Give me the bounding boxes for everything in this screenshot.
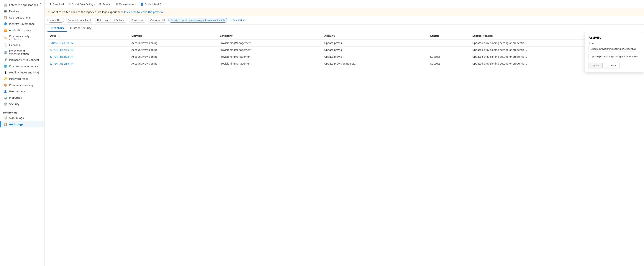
main-content: ⬇ Download ⚙ Export Data Settings ↺ Refr…	[44, 0, 644, 266]
banner-text: Want to switch back to the legacy audit …	[52, 10, 163, 14]
add-filter-button[interactable]: ▿ Add filter	[48, 18, 64, 23]
sidebar-item-properties[interactable]: 📊 Properties	[0, 94, 44, 101]
col-category[interactable]: Category	[218, 32, 322, 40]
sidebar-item-password-reset[interactable]: 🔑 Password reset	[0, 76, 44, 82]
sidebar: « 🏢 Enterprise applications 💻 Devices 📋 …	[0, 0, 44, 266]
sidebar-item-label: Identity Governance	[9, 22, 34, 26]
export-data-settings-button[interactable]: ⚙ Export Data Settings	[66, 2, 96, 7]
identity-governance-icon: 🔷	[4, 22, 7, 26]
feedback-button[interactable]: 👤 Got feedback?	[138, 2, 163, 7]
legacy-link[interactable]: Click here to leave the preview	[124, 10, 163, 14]
sidebar-item-label: Enterprise applications	[9, 4, 38, 6]
sidebar-item-mobility[interactable]: 📱 Mobility (MDM and WIP)	[0, 70, 44, 76]
table-row: 5/7/24, 3:12:02 PM Account Provisioning …	[48, 54, 641, 60]
sidebar-item-audit-logs[interactable]: 📋 Audit logs	[0, 121, 44, 128]
cell-activity: Update provisioning set...	[322, 60, 428, 67]
custom-domain-icon: 🌐	[4, 64, 7, 68]
sidebar-item-identity-governance[interactable]: 🔷 Identity Governance	[0, 21, 44, 27]
sidebar-item-enterprise-applications[interactable]: 🏢 Enterprise applications	[0, 2, 44, 8]
custom-security-attr-icon: 🏷️	[4, 36, 7, 40]
cross-tenant-icon: 🔄	[4, 51, 7, 54]
audit-logs-icon: 📋	[4, 122, 7, 126]
sidebar-item-sign-in-logs[interactable]: 📝 Sign-in logs	[0, 115, 44, 121]
sign-in-logs-icon: 📝	[4, 116, 7, 120]
popup-value-input[interactable]	[588, 46, 640, 52]
cell-status	[428, 40, 470, 46]
table-row: 5/7/24, 3:11:39 PM Account Provisioning …	[48, 60, 641, 67]
sidebar-item-label: Audit logs	[9, 123, 24, 126]
activity-filter[interactable]: Activity : Update provisioning setting o…	[168, 18, 227, 23]
col-date[interactable]: Date ↓	[48, 32, 129, 40]
filter-icon: ▿	[50, 19, 51, 22]
date-link[interactable]: 5/8/24, 1:20:38 PM	[50, 42, 74, 44]
security-icon: 🛡️	[4, 102, 7, 106]
popup-cancel-button[interactable]: Cancel	[604, 63, 620, 68]
popup-apply-button[interactable]: Apply	[588, 63, 603, 68]
cell-service: Account Provisioning	[129, 46, 218, 54]
refresh-icon: ↺	[99, 2, 102, 6]
sidebar-item-entra-connect[interactable]: 🔗 Microsoft Entra Connect	[0, 57, 44, 63]
reset-filters-button[interactable]: ▿ Reset filters	[229, 18, 247, 22]
col-activity[interactable]: Activity	[322, 32, 428, 40]
sidebar-item-label: Application proxy	[9, 29, 31, 32]
date-link[interactable]: 5/7/24, 3:42:50 PM	[50, 48, 74, 52]
mobility-icon: 📱	[4, 71, 7, 74]
sidebar-item-app-registrations[interactable]: 📋 App registrations	[0, 14, 44, 21]
popup-activity-select[interactable]: Update provisioning setting or credentia…	[588, 54, 640, 59]
sidebar-item-label: Password reset	[9, 77, 28, 80]
download-button[interactable]: ⬇ Download	[48, 2, 66, 7]
manage-view-button[interactable]: ⚙ Manage view ▾	[114, 2, 138, 7]
entra-connect-icon: 🔗	[4, 58, 7, 62]
toolbar: ⬇ Download ⚙ Export Data Settings ↺ Refr…	[44, 0, 644, 8]
sidebar-item-label: Cross-tenant synchronization	[9, 50, 41, 56]
company-branding-icon: 🎨	[4, 83, 7, 87]
legacy-banner: ⚠ Want to switch back to the legacy audi…	[44, 8, 644, 16]
cell-service: Account Provisioning	[129, 60, 218, 67]
sidebar-item-label: Properties	[9, 96, 22, 99]
tab-directory[interactable]: Directory	[48, 25, 67, 32]
password-reset-icon: 🔑	[4, 77, 7, 81]
col-status[interactable]: Status	[428, 32, 470, 40]
service-filter[interactable]: Service : All	[129, 18, 146, 23]
show-dates-filter[interactable]: Show dates as: Local	[66, 18, 93, 23]
sidebar-item-application-proxy[interactable]: 🔀 Application proxy	[0, 27, 44, 34]
sidebar-divider	[3, 108, 41, 108]
sidebar-collapse-btn[interactable]: «	[39, 2, 43, 6]
activity-popup: Activity Value Update provisioning setti…	[585, 32, 644, 72]
devices-icon: 💻	[4, 10, 7, 13]
sidebar-item-devices[interactable]: 💻 Devices	[0, 8, 44, 14]
sidebar-item-label: Security	[9, 102, 19, 106]
sidebar-item-label: User settings	[9, 90, 26, 93]
cell-status: Success	[428, 54, 470, 60]
info-icon: ⚠	[48, 10, 50, 14]
cell-status	[428, 46, 470, 54]
date-range-filter[interactable]: Date range: Last 24 hours	[95, 18, 128, 23]
cell-category: ProvisioningManagement	[218, 60, 322, 67]
date-link[interactable]: 5/7/24, 3:12:02 PM	[50, 55, 74, 58]
popup-title: Activity	[588, 36, 640, 40]
enterprise-applications-icon: 🏢	[4, 3, 7, 7]
cell-service: Account Provisioning	[129, 40, 218, 46]
table-row: 5/8/24, 1:20:38 PM Account Provisioning …	[48, 40, 641, 46]
sidebar-item-licenses[interactable]: 📄 Licenses	[0, 42, 44, 48]
sidebar-item-user-settings[interactable]: 👤 User settings	[0, 88, 44, 94]
sidebar-item-cross-tenant[interactable]: 🔄 Cross-tenant synchronization	[0, 48, 44, 57]
sidebar-item-security[interactable]: 🛡️ Security	[0, 101, 44, 107]
date-link[interactable]: 5/7/24, 3:11:39 PM	[50, 62, 74, 65]
sidebar-item-label: App registrations	[9, 16, 30, 19]
filter-bar: ▿ Add filter Show dates as: Local Date r…	[44, 16, 644, 25]
refresh-button[interactable]: ↺ Refresh	[97, 2, 113, 7]
sidebar-item-custom-security-attributes[interactable]: 🏷️ Custom security attributes	[0, 34, 44, 42]
col-service[interactable]: Service	[129, 32, 218, 40]
sidebar-item-label: Sign-in logs	[9, 116, 24, 120]
feedback-icon: 👤	[140, 2, 144, 6]
tab-custom-security[interactable]: Custom Security	[67, 25, 94, 32]
sidebar-item-company-branding[interactable]: 🎨 Company branding	[0, 82, 44, 88]
sidebar-item-label: Microsoft Entra Connect	[9, 58, 39, 62]
cell-activity: Update provis...	[322, 54, 428, 60]
cell-date: 5/7/24, 3:12:02 PM	[48, 54, 129, 60]
category-filter[interactable]: Category : All	[148, 18, 167, 23]
sidebar-item-custom-domain[interactable]: 🌐 Custom domain names	[0, 63, 44, 70]
sidebar-item-label: Mobility (MDM and WIP)	[9, 71, 39, 74]
tabs: Directory Custom Security	[44, 25, 644, 32]
